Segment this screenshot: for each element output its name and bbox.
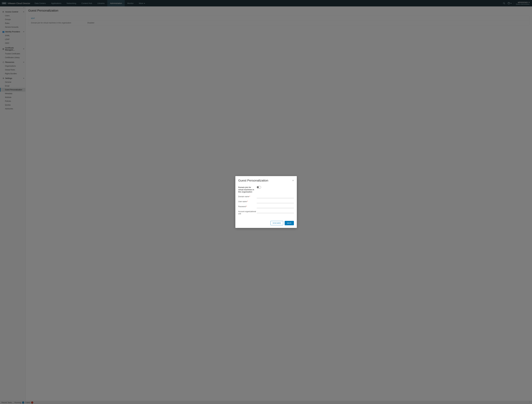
- account-ou-label: Account organizational unit: [238, 210, 257, 215]
- discard-button[interactable]: DISCARD: [271, 221, 283, 225]
- account-ou-input[interactable]: [257, 210, 294, 213]
- user-name-row: User name*: [238, 200, 294, 203]
- user-name-label: User name*: [238, 200, 257, 203]
- account-ou-row: Account organizational unit: [238, 210, 294, 215]
- dialog-header: Guest Personalization ×: [235, 176, 297, 184]
- dialog-body: Domain join for virtual machines in this…: [235, 184, 297, 219]
- dialog-title: Guest Personalization: [238, 179, 292, 182]
- toggle-label: Domain join for virtual machines in this…: [238, 186, 257, 193]
- password-label: Password*: [238, 205, 257, 208]
- toggle-knob: [257, 186, 259, 188]
- password-row: Password*: [238, 205, 294, 208]
- domain-name-input[interactable]: [257, 195, 294, 198]
- user-name-input[interactable]: [257, 200, 294, 203]
- domain-name-row: Domain name*: [238, 195, 294, 198]
- guest-personalization-dialog: Guest Personalization × Domain join for …: [235, 176, 297, 228]
- domain-join-toggle[interactable]: [257, 186, 261, 188]
- toggle-row: Domain join for virtual machines in this…: [238, 186, 294, 193]
- domain-name-label: Domain name*: [238, 195, 257, 198]
- close-icon[interactable]: ×: [292, 179, 294, 182]
- save-button[interactable]: SAVE: [285, 221, 294, 225]
- modal-backdrop: Guest Personalization × Domain join for …: [0, 0, 532, 404]
- password-input[interactable]: [257, 205, 294, 208]
- dialog-footer: DISCARD SAVE: [235, 219, 297, 228]
